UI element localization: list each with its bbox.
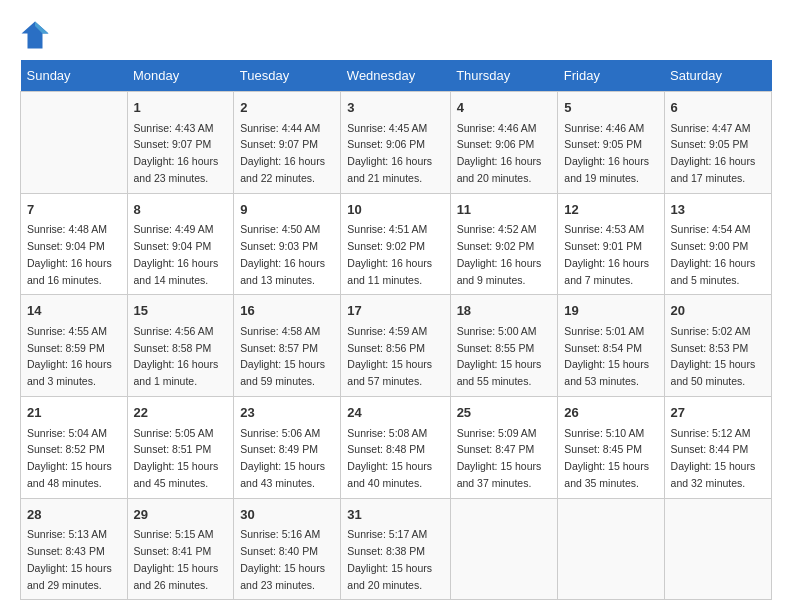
day-number: 19	[564, 301, 657, 321]
day-number: 15	[134, 301, 228, 321]
calendar-cell: 13 Sunrise: 4:54 AMSunset: 9:00 PMDaylig…	[664, 193, 771, 295]
cell-info: Sunrise: 4:44 AMSunset: 9:07 PMDaylight:…	[240, 122, 325, 184]
calendar-cell: 11 Sunrise: 4:52 AMSunset: 9:02 PMDaylig…	[450, 193, 558, 295]
column-header-monday: Monday	[127, 60, 234, 92]
calendar-cell: 14 Sunrise: 4:55 AMSunset: 8:59 PMDaylig…	[21, 295, 128, 397]
cell-info: Sunrise: 5:00 AMSunset: 8:55 PMDaylight:…	[457, 325, 542, 387]
cell-info: Sunrise: 5:05 AMSunset: 8:51 PMDaylight:…	[134, 427, 219, 489]
calendar-cell: 31 Sunrise: 5:17 AMSunset: 8:38 PMDaylig…	[341, 498, 450, 600]
day-number: 9	[240, 200, 334, 220]
cell-info: Sunrise: 5:08 AMSunset: 8:48 PMDaylight:…	[347, 427, 432, 489]
calendar-cell: 23 Sunrise: 5:06 AMSunset: 8:49 PMDaylig…	[234, 397, 341, 499]
calendar-cell: 4 Sunrise: 4:46 AMSunset: 9:06 PMDayligh…	[450, 92, 558, 194]
calendar-cell: 20 Sunrise: 5:02 AMSunset: 8:53 PMDaylig…	[664, 295, 771, 397]
cell-info: Sunrise: 4:51 AMSunset: 9:02 PMDaylight:…	[347, 223, 432, 285]
calendar-cell: 26 Sunrise: 5:10 AMSunset: 8:45 PMDaylig…	[558, 397, 664, 499]
calendar-cell: 6 Sunrise: 4:47 AMSunset: 9:05 PMDayligh…	[664, 92, 771, 194]
week-row-3: 14 Sunrise: 4:55 AMSunset: 8:59 PMDaylig…	[21, 295, 772, 397]
column-header-thursday: Thursday	[450, 60, 558, 92]
calendar-cell: 9 Sunrise: 4:50 AMSunset: 9:03 PMDayligh…	[234, 193, 341, 295]
day-number: 27	[671, 403, 765, 423]
cell-info: Sunrise: 5:10 AMSunset: 8:45 PMDaylight:…	[564, 427, 649, 489]
cell-info: Sunrise: 5:16 AMSunset: 8:40 PMDaylight:…	[240, 528, 325, 590]
week-row-4: 21 Sunrise: 5:04 AMSunset: 8:52 PMDaylig…	[21, 397, 772, 499]
calendar-cell: 27 Sunrise: 5:12 AMSunset: 8:44 PMDaylig…	[664, 397, 771, 499]
day-number: 13	[671, 200, 765, 220]
cell-info: Sunrise: 4:55 AMSunset: 8:59 PMDaylight:…	[27, 325, 112, 387]
cell-info: Sunrise: 5:12 AMSunset: 8:44 PMDaylight:…	[671, 427, 756, 489]
calendar-cell	[664, 498, 771, 600]
day-number: 31	[347, 505, 443, 525]
day-number: 29	[134, 505, 228, 525]
day-number: 8	[134, 200, 228, 220]
cell-info: Sunrise: 4:50 AMSunset: 9:03 PMDaylight:…	[240, 223, 325, 285]
cell-info: Sunrise: 5:04 AMSunset: 8:52 PMDaylight:…	[27, 427, 112, 489]
cell-info: Sunrise: 4:47 AMSunset: 9:05 PMDaylight:…	[671, 122, 756, 184]
day-number: 28	[27, 505, 121, 525]
cell-info: Sunrise: 4:48 AMSunset: 9:04 PMDaylight:…	[27, 223, 112, 285]
calendar-cell	[450, 498, 558, 600]
day-number: 24	[347, 403, 443, 423]
column-header-tuesday: Tuesday	[234, 60, 341, 92]
day-number: 16	[240, 301, 334, 321]
week-row-2: 7 Sunrise: 4:48 AMSunset: 9:04 PMDayligh…	[21, 193, 772, 295]
day-number: 22	[134, 403, 228, 423]
calendar-cell: 15 Sunrise: 4:56 AMSunset: 8:58 PMDaylig…	[127, 295, 234, 397]
day-number: 25	[457, 403, 552, 423]
calendar-cell: 19 Sunrise: 5:01 AMSunset: 8:54 PMDaylig…	[558, 295, 664, 397]
calendar-cell	[21, 92, 128, 194]
calendar-cell: 29 Sunrise: 5:15 AMSunset: 8:41 PMDaylig…	[127, 498, 234, 600]
week-row-1: 1 Sunrise: 4:43 AMSunset: 9:07 PMDayligh…	[21, 92, 772, 194]
calendar-cell: 17 Sunrise: 4:59 AMSunset: 8:56 PMDaylig…	[341, 295, 450, 397]
calendar-cell: 1 Sunrise: 4:43 AMSunset: 9:07 PMDayligh…	[127, 92, 234, 194]
calendar-cell: 10 Sunrise: 4:51 AMSunset: 9:02 PMDaylig…	[341, 193, 450, 295]
day-number: 5	[564, 98, 657, 118]
day-number: 23	[240, 403, 334, 423]
day-number: 2	[240, 98, 334, 118]
cell-info: Sunrise: 4:54 AMSunset: 9:00 PMDaylight:…	[671, 223, 756, 285]
calendar-cell: 24 Sunrise: 5:08 AMSunset: 8:48 PMDaylig…	[341, 397, 450, 499]
day-number: 18	[457, 301, 552, 321]
cell-info: Sunrise: 4:49 AMSunset: 9:04 PMDaylight:…	[134, 223, 219, 285]
calendar-cell: 28 Sunrise: 5:13 AMSunset: 8:43 PMDaylig…	[21, 498, 128, 600]
day-number: 12	[564, 200, 657, 220]
cell-info: Sunrise: 5:02 AMSunset: 8:53 PMDaylight:…	[671, 325, 756, 387]
calendar-cell: 2 Sunrise: 4:44 AMSunset: 9:07 PMDayligh…	[234, 92, 341, 194]
calendar-cell: 8 Sunrise: 4:49 AMSunset: 9:04 PMDayligh…	[127, 193, 234, 295]
calendar-cell: 16 Sunrise: 4:58 AMSunset: 8:57 PMDaylig…	[234, 295, 341, 397]
day-number: 30	[240, 505, 334, 525]
cell-info: Sunrise: 4:59 AMSunset: 8:56 PMDaylight:…	[347, 325, 432, 387]
day-number: 10	[347, 200, 443, 220]
day-number: 11	[457, 200, 552, 220]
cell-info: Sunrise: 4:52 AMSunset: 9:02 PMDaylight:…	[457, 223, 542, 285]
cell-info: Sunrise: 4:53 AMSunset: 9:01 PMDaylight:…	[564, 223, 649, 285]
cell-info: Sunrise: 5:09 AMSunset: 8:47 PMDaylight:…	[457, 427, 542, 489]
logo	[20, 20, 55, 50]
column-header-saturday: Saturday	[664, 60, 771, 92]
column-header-wednesday: Wednesday	[341, 60, 450, 92]
day-number: 7	[27, 200, 121, 220]
calendar-cell: 22 Sunrise: 5:05 AMSunset: 8:51 PMDaylig…	[127, 397, 234, 499]
calendar-cell: 5 Sunrise: 4:46 AMSunset: 9:05 PMDayligh…	[558, 92, 664, 194]
header	[20, 20, 772, 50]
calendar-cell: 12 Sunrise: 4:53 AMSunset: 9:01 PMDaylig…	[558, 193, 664, 295]
calendar-table: SundayMondayTuesdayWednesdayThursdayFrid…	[20, 60, 772, 600]
week-row-5: 28 Sunrise: 5:13 AMSunset: 8:43 PMDaylig…	[21, 498, 772, 600]
cell-info: Sunrise: 4:58 AMSunset: 8:57 PMDaylight:…	[240, 325, 325, 387]
cell-info: Sunrise: 4:46 AMSunset: 9:06 PMDaylight:…	[457, 122, 542, 184]
cell-info: Sunrise: 5:13 AMSunset: 8:43 PMDaylight:…	[27, 528, 112, 590]
calendar-cell	[558, 498, 664, 600]
cell-info: Sunrise: 4:43 AMSunset: 9:07 PMDaylight:…	[134, 122, 219, 184]
calendar-cell: 25 Sunrise: 5:09 AMSunset: 8:47 PMDaylig…	[450, 397, 558, 499]
logo-icon	[20, 20, 50, 50]
cell-info: Sunrise: 5:01 AMSunset: 8:54 PMDaylight:…	[564, 325, 649, 387]
day-number: 6	[671, 98, 765, 118]
calendar-cell: 7 Sunrise: 4:48 AMSunset: 9:04 PMDayligh…	[21, 193, 128, 295]
cell-info: Sunrise: 5:06 AMSunset: 8:49 PMDaylight:…	[240, 427, 325, 489]
cell-info: Sunrise: 5:17 AMSunset: 8:38 PMDaylight:…	[347, 528, 432, 590]
day-number: 20	[671, 301, 765, 321]
cell-info: Sunrise: 4:45 AMSunset: 9:06 PMDaylight:…	[347, 122, 432, 184]
calendar-cell: 30 Sunrise: 5:16 AMSunset: 8:40 PMDaylig…	[234, 498, 341, 600]
header-row: SundayMondayTuesdayWednesdayThursdayFrid…	[21, 60, 772, 92]
calendar-cell: 18 Sunrise: 5:00 AMSunset: 8:55 PMDaylig…	[450, 295, 558, 397]
